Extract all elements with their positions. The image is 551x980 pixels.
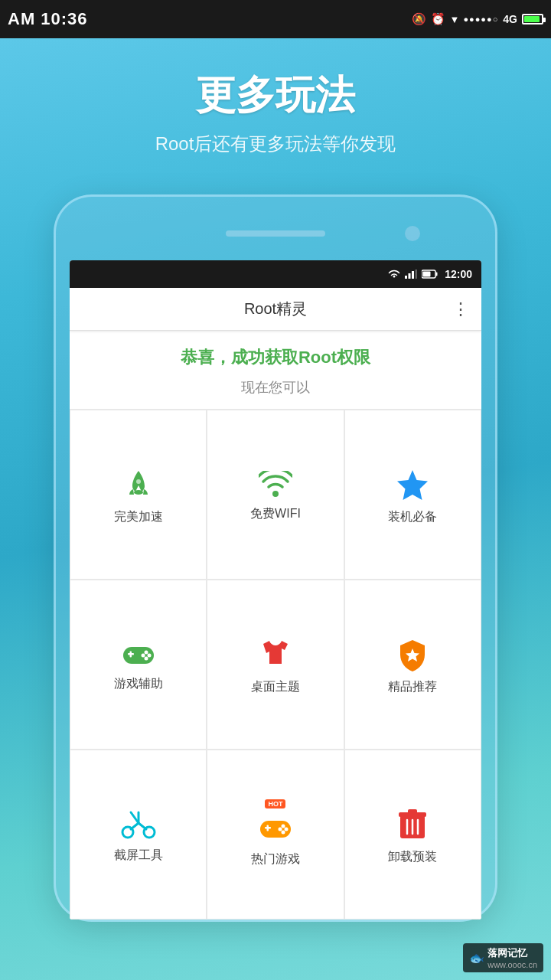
phone-screen: 12:00 Root精灵 ⋮ 恭喜，成功获取Root权限 现在您可以	[70, 260, 481, 920]
header-subtitle: Root后还有更多玩法等你发现	[155, 132, 396, 156]
screen-statusbar: 12:00	[70, 260, 481, 288]
alarm-icon: ⏰	[431, 12, 445, 26]
feature-label-star: 装机必备	[388, 509, 437, 525]
success-area: 恭喜，成功获取Root权限 现在您可以	[70, 331, 481, 410]
svg-rect-34	[408, 809, 417, 814]
feature-label-hot-gamepad: 热门游戏	[251, 851, 300, 867]
svg-rect-27	[266, 825, 269, 831]
svg-point-29	[284, 827, 288, 831]
feature-cell-shirt[interactable]: 桌面主题	[207, 580, 344, 750]
feature-label-shirt: 桌面主题	[251, 679, 300, 695]
wifi-icon-small	[388, 270, 400, 279]
svg-point-9	[272, 491, 279, 497]
app-title: Root精灵	[244, 299, 307, 319]
svg-line-22	[139, 823, 146, 829]
signal-icon: ▼	[450, 14, 459, 25]
status-bar: AM 10:36 🔕 ⏰ ▼ ●●●●●○ 4G	[0, 0, 551, 38]
svg-marker-10	[397, 470, 428, 500]
battery-icon	[522, 14, 543, 24]
svg-point-7	[134, 490, 143, 495]
svg-point-16	[141, 653, 145, 657]
svg-point-15	[147, 653, 151, 657]
phone-camera	[405, 226, 420, 241]
menu-dots-button[interactable]: ⋮	[452, 299, 469, 319]
shield-icon	[396, 638, 429, 671]
feature-cell-star[interactable]: 装机必备	[344, 410, 481, 580]
feature-label-wifi: 免费WIFI	[250, 506, 301, 522]
svg-line-21	[131, 823, 139, 829]
scissors-icon	[120, 809, 157, 840]
success-text: 恭喜，成功获取Root权限	[82, 346, 469, 369]
svg-point-28	[281, 824, 285, 828]
svg-rect-5	[423, 272, 431, 277]
feature-grid: 完美加速 免费WIFI	[70, 410, 481, 920]
svg-rect-0	[405, 276, 407, 279]
screen-time: 12:00	[445, 268, 472, 280]
feature-label-scissors: 截屏工具	[114, 848, 163, 864]
feature-cell-wifi[interactable]: 免费WIFI	[207, 410, 344, 580]
hot-gamepad-icon: HOT	[257, 805, 294, 844]
svg-rect-3	[416, 270, 418, 279]
feature-cell-gamepad[interactable]: 游戏辅助	[70, 580, 207, 750]
feature-label-trash: 卸载预装	[388, 849, 437, 865]
svg-point-30	[278, 827, 282, 831]
svg-point-17	[144, 656, 148, 660]
star-icon	[396, 468, 429, 501]
feature-label-rocket: 完美加速	[114, 509, 163, 525]
phone-mockup: 12:00 Root精灵 ⋮ 恭喜，成功获取Root权限 现在您可以	[54, 194, 497, 922]
signal-icon-small	[405, 270, 417, 279]
phone-speaker	[226, 230, 325, 237]
feature-label-shield: 精品推荐	[388, 679, 437, 695]
svg-point-31	[281, 830, 285, 834]
shirt-icon	[259, 638, 292, 671]
trash-icon	[397, 808, 428, 841]
header-title: 更多玩法	[196, 69, 355, 122]
status-icons: 🔕 ⏰ ▼ ●●●●●○ 4G	[412, 12, 543, 26]
gamepad-icon	[120, 641, 157, 668]
feature-label-gamepad: 游戏辅助	[114, 676, 163, 692]
can-now-text: 现在您可以	[82, 378, 469, 397]
phone-top	[70, 212, 481, 254]
svg-rect-1	[409, 273, 411, 279]
mute-icon: 🔕	[412, 12, 426, 26]
network-dots: ●●●●●○	[463, 15, 498, 24]
wifi-icon-large	[259, 471, 292, 498]
svg-rect-2	[412, 271, 414, 279]
svg-point-14	[144, 650, 148, 654]
watermark: 🐟 落网记忆 www.oooc.cn	[463, 943, 543, 972]
feature-cell-shield[interactable]: 精品推荐	[344, 580, 481, 750]
feature-cell-scissors[interactable]: 截屏工具	[70, 750, 207, 920]
svg-rect-6	[436, 273, 438, 276]
watermark-url: www.oooc.cn	[487, 960, 537, 969]
app-toolbar: Root精灵 ⋮	[70, 288, 481, 331]
status-time: AM 10:36	[8, 9, 88, 29]
main-background: 更多玩法 Root后还有更多玩法等你发现	[0, 38, 551, 980]
rocket-icon	[122, 468, 155, 501]
battery-icon-small	[422, 270, 439, 279]
network-type: 4G	[503, 13, 517, 25]
svg-point-8	[136, 479, 141, 484]
feature-cell-trash[interactable]: 卸载预装	[344, 750, 481, 920]
svg-rect-13	[129, 651, 132, 657]
watermark-site: 落网记忆	[487, 946, 537, 960]
feature-cell-rocket[interactable]: 完美加速	[70, 410, 207, 580]
feature-cell-hot-gamepad[interactable]: HOT 热门游戏	[207, 750, 344, 920]
